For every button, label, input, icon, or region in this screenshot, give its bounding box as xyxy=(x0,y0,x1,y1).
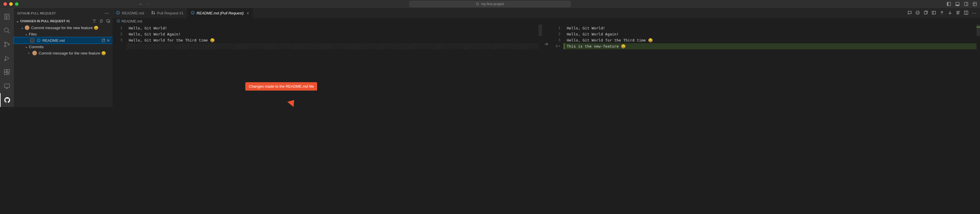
chevron-right-icon: › xyxy=(28,51,32,55)
extensions-icon[interactable] xyxy=(0,65,14,79)
run-debug-icon[interactable] xyxy=(0,51,14,65)
refresh-icon[interactable] xyxy=(99,19,103,23)
info-file-icon xyxy=(116,19,120,24)
minimap-right[interactable] xyxy=(977,24,980,107)
github-pr-activity-icon[interactable] xyxy=(0,93,14,107)
arrow-up-icon[interactable] xyxy=(940,10,944,15)
toggle-panel-icon[interactable] xyxy=(955,2,960,6)
callout-label: Changes made to the README.md file xyxy=(245,82,317,90)
line-number: 2 xyxy=(113,31,126,37)
svg-rect-25 xyxy=(924,11,927,14)
svg-rect-5 xyxy=(964,2,968,6)
sidebar-title-label: GITHUB PULL REQUEST xyxy=(18,11,56,15)
file-row-readme[interactable]: README.md M xyxy=(14,37,113,44)
chevron-down-icon: ⌄ xyxy=(25,32,29,36)
collapse-icon[interactable] xyxy=(106,19,110,23)
svg-point-8 xyxy=(5,42,6,44)
tab-label: README.md xyxy=(122,11,144,15)
split-editor-icon[interactable] xyxy=(964,10,969,15)
info-file-icon xyxy=(191,11,195,16)
svg-rect-16 xyxy=(4,84,10,87)
tab-actions: ⋯ xyxy=(907,10,980,16)
copy-icon[interactable] xyxy=(923,10,928,15)
close-window-icon[interactable] xyxy=(3,2,7,6)
filter-icon[interactable] xyxy=(92,19,96,23)
line-gutter-right: 1 2 3 4 xyxy=(550,24,565,107)
diff-divider xyxy=(542,24,550,107)
info-file-icon xyxy=(116,11,120,16)
git-pr-icon xyxy=(151,11,155,16)
avatar xyxy=(32,51,37,55)
svg-rect-17 xyxy=(107,20,109,22)
search-activity-icon[interactable] xyxy=(0,24,14,38)
svg-rect-4 xyxy=(956,5,959,6)
section-header-actions xyxy=(92,19,110,23)
commit-item-row[interactable]: › Commit message for the new feature 😀 xyxy=(14,50,113,56)
commit-row[interactable]: ⌄ Commit message for the new feature 😀 xyxy=(14,24,113,31)
tab-pull-request[interactable]: Pull Request #1 xyxy=(148,8,187,18)
chevron-down-icon: ⌄ xyxy=(25,45,29,49)
checkbox[interactable] xyxy=(30,38,34,43)
code-line: Hello, Git World! xyxy=(126,25,538,31)
editor-area: README.md Pull Request #1 README.md (Pul… xyxy=(113,8,980,107)
close-tab-icon[interactable]: × xyxy=(247,11,249,16)
tab-label: Pull Request #1 xyxy=(157,11,183,15)
sidebar-more-icon[interactable]: ⋯ xyxy=(105,10,109,16)
code-line: Hello, Git World for the Third time 😀 xyxy=(126,37,538,43)
whitespace-icon[interactable] xyxy=(956,10,960,15)
toggle-primary-sidebar-icon[interactable] xyxy=(947,2,951,6)
nav-back-icon[interactable]: ← xyxy=(138,2,143,6)
files-group-row[interactable]: ⌄ Files xyxy=(14,31,113,37)
check-circle-icon[interactable] xyxy=(915,10,920,15)
maximize-window-icon[interactable] xyxy=(15,2,19,6)
chevron-down-icon: ⌄ xyxy=(21,26,25,30)
line-number: 1 xyxy=(113,25,126,31)
chevron-down-icon: ⌄ xyxy=(16,19,19,23)
customize-layout-icon[interactable] xyxy=(972,2,977,6)
section-header-changes[interactable]: ⌄ CHANGES IN PULL REQUEST #1 xyxy=(14,18,113,24)
toggle-secondary-sidebar-icon[interactable] xyxy=(964,2,969,6)
hatch-placeholder xyxy=(126,43,538,49)
commits-group-row[interactable]: ⌄ Commits xyxy=(14,44,113,50)
search-text: my-first-project xyxy=(481,2,504,6)
diff-right-pane[interactable]: 1 2 3 4 Hello, Git World! Hello, Git Wor… xyxy=(550,24,980,107)
arrow-down-icon[interactable] xyxy=(948,10,952,15)
minimap-left[interactable] xyxy=(538,24,542,107)
annotation-callout: Changes made to the README.md file xyxy=(245,76,317,90)
tab-label: README.md (Pull Request) xyxy=(197,11,243,15)
titlebar: ← → my-first-project xyxy=(0,0,980,8)
commits-label: Commits xyxy=(29,45,44,49)
tab-readme[interactable]: README.md xyxy=(113,8,148,18)
titlebar-actions xyxy=(947,2,977,6)
code-line: Hello, Git World! xyxy=(565,25,977,31)
line-number: 3 xyxy=(113,37,126,43)
arrow-right-icon[interactable] xyxy=(544,42,549,46)
breadcrumb[interactable]: README.md xyxy=(113,18,980,24)
window-controls xyxy=(0,2,19,6)
activity-bar xyxy=(0,8,14,107)
line-number: 4 xyxy=(550,43,565,49)
open-file-icon[interactable] xyxy=(101,38,105,43)
svg-point-10 xyxy=(8,44,10,45)
svg-point-9 xyxy=(5,46,6,47)
explorer-icon[interactable] xyxy=(0,10,14,24)
svg-rect-26 xyxy=(932,11,935,14)
minimize-window-icon[interactable] xyxy=(9,2,13,6)
sidebar-panel: GITHUB PULL REQUEST ⋯ ⌄ CHANGES IN PULL … xyxy=(14,8,113,107)
line-number: 1 xyxy=(550,25,565,31)
modified-badge: M xyxy=(107,39,110,42)
nav-forward-icon[interactable]: → xyxy=(145,2,150,6)
more-actions-icon[interactable]: ⋯ xyxy=(972,10,977,16)
search-icon xyxy=(476,2,479,6)
tab-readme-pr[interactable]: README.md (Pull Request) × xyxy=(187,8,253,18)
command-center-search[interactable]: my-first-project xyxy=(409,1,571,7)
svg-rect-15 xyxy=(8,73,9,75)
source-control-icon[interactable] xyxy=(0,38,14,51)
diff-left-pane[interactable]: 1 2 3 Hello, Git World! Hello, Git World… xyxy=(113,24,542,107)
svg-rect-12 xyxy=(4,70,6,72)
remote-icon[interactable] xyxy=(0,79,14,93)
comment-icon[interactable] xyxy=(907,10,912,15)
svg-rect-13 xyxy=(7,70,10,72)
svg-point-11 xyxy=(5,59,6,60)
open-change-icon[interactable] xyxy=(932,10,936,15)
